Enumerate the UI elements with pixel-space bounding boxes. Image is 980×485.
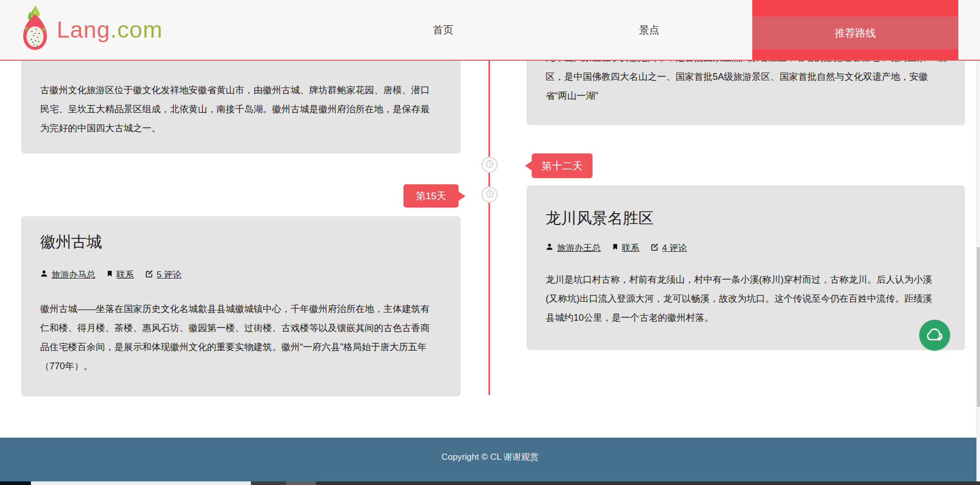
intro-text-line: 为完好的中国四大古城之一。: [40, 119, 442, 138]
user-icon: [546, 243, 553, 253]
contact-link[interactable]: 联系: [622, 242, 639, 254]
day-badge-label: 第十二天: [542, 160, 583, 171]
day-badge-fifteen: 第15天: [403, 184, 459, 207]
clock-icon: [485, 189, 494, 200]
copyright-text: Copyright © CL 谢谢观赏: [0, 438, 980, 463]
taskbar-segment: [251, 481, 286, 485]
spot-text-line: (又称坑)出口流入登源大河，龙可以畅溪，故改为坑口。这个传说至今仍在百姓中流传。…: [546, 289, 946, 308]
spot-meta-row: 旅游办王总 联系 4 评论: [546, 242, 687, 254]
meta-author: 旅游办王总: [546, 242, 601, 254]
day-badge-twelve: 第十二天: [532, 153, 593, 178]
spot-card-longchuan: 龙川风景名胜区 旅游办王总 联系 4 评论 龙川是坑口村古称，村前有龙须山，村中…: [527, 185, 965, 350]
meta-comments: 5 评论: [145, 269, 181, 281]
spot-text-line: 仁和楼、得月楼、茶楼、惠风石坊、徽园第一楼、过街楼、古戏楼等以及镶嵌其间的古色古…: [40, 319, 442, 338]
scrollbar-thumb[interactable]: [977, 247, 980, 407]
spot-text-line: （770年）。: [40, 357, 442, 376]
meta-contact: 联系: [612, 242, 639, 254]
spot-title: 徽州古城: [40, 232, 102, 253]
taskbar-segment: [31, 481, 251, 485]
day-badge-label: 第15天: [416, 190, 446, 201]
brand-name: Lang: [57, 16, 110, 43]
meta-author: 旅游办马总: [40, 269, 95, 281]
author-link[interactable]: 旅游办王总: [557, 242, 601, 254]
edit-icon: [651, 243, 658, 253]
author-link[interactable]: 旅游办马总: [52, 269, 95, 281]
nav-link-home[interactable]: 首页: [340, 0, 546, 60]
intro-text-line: 区，是中国佛教四大名山之一、国家首批5A级旅游景区、国家首批自然与文化双遗产地，…: [546, 67, 946, 86]
meta-contact: 联系: [107, 269, 134, 281]
nav-link-attractions[interactable]: 景点: [546, 0, 752, 60]
nav-item-attractions: 景点: [546, 0, 752, 60]
spot-card-huizhou: 徽州古城 旅游办马总 联系 5 评论 徽州古城——坐落在国家历史文化名城歙县县城…: [21, 216, 461, 396]
badge-arrow-icon: [525, 161, 532, 170]
spot-title: 龙川风景名胜区: [546, 208, 654, 229]
vertical-scrollbar[interactable]: [976, 0, 980, 481]
site-logo[interactable]: Lang.com: [21, 4, 163, 56]
taskbar-segment: [316, 481, 980, 485]
bookmark-icon: [612, 243, 618, 253]
timeline-clock-marker: [481, 186, 498, 203]
bookmark-icon: [107, 270, 113, 280]
clock-icon: [485, 160, 494, 170]
timeline-content: 古徽州文化旅游区位于徽文化发祥地安徽省黄山市，由徽州古城、牌坊群鲍家花园、唐模、…: [0, 0, 980, 485]
spot-text-line: 县城约10公里，是一个古老的徽州村落。: [546, 308, 946, 327]
taskbar-segment: [0, 481, 31, 485]
dragonfruit-icon: [21, 5, 49, 55]
site-footer: Copyright © CL 谢谢观赏: [0, 438, 980, 481]
cloud-download-icon: [924, 324, 945, 347]
contact-link[interactable]: 联系: [116, 269, 134, 281]
brand-text: Lang.com: [57, 4, 163, 56]
brand-tld: .com: [110, 16, 163, 43]
nav-item-routes: 推荐路线: [752, 0, 958, 60]
taskbar-segment: [286, 481, 316, 485]
spot-meta-row: 旅游办马总 联系 5 评论: [40, 269, 181, 281]
edit-icon: [145, 270, 153, 280]
spot-text-line: 龙川是坑口村古称，村前有龙须山，村中有一条小溪(称川)穿村而过，古称龙川。后人认…: [546, 270, 946, 289]
cloud-download-button[interactable]: [919, 320, 950, 351]
spot-text-line: 品住宅楼百余间，是展示和体现徽州文化的重要实物建筑。徽州“一府六县”格局始于唐大…: [40, 338, 442, 357]
site-header: Lang.com 首页 景点 推荐路线: [0, 0, 980, 61]
meta-comments: 4 评论: [651, 242, 687, 254]
comments-link[interactable]: 4 评论: [662, 242, 687, 254]
nav-item-home: 首页: [340, 0, 546, 60]
main-nav: 首页 景点 推荐路线: [340, 0, 958, 60]
os-taskbar-edge[interactable]: [0, 481, 980, 485]
nav-link-routes[interactable]: 推荐路线: [752, 16, 958, 49]
intro-text-line: 古徽州文化旅游区位于徽文化发祥地安徽省黄山市，由徽州古城、牌坊群鲍家花园、唐模、…: [40, 81, 442, 100]
intro-text-line: 省“两山一湖”: [546, 86, 946, 106]
timeline-clock-marker: [481, 157, 498, 173]
intro-text-line: 民宅、呈坎五大精品景区组成，北依黄山，南接千岛湖。徽州古城是徽州府治所在地，是保…: [40, 100, 442, 119]
timeline-vertical-line: [488, 57, 490, 395]
spot-text-line: 徽州古城——坐落在国家历史文化名城歙县县城徽城镇中心，千年徽州府治所在地，主体建…: [40, 300, 442, 319]
user-icon: [40, 270, 48, 280]
page: 古徽州文化旅游区位于徽文化发祥地安徽省黄山市，由徽州古城、牌坊群鲍家花园、唐模、…: [0, 0, 980, 485]
badge-arrow-icon: [459, 192, 465, 201]
comments-link[interactable]: 5 评论: [157, 269, 181, 281]
